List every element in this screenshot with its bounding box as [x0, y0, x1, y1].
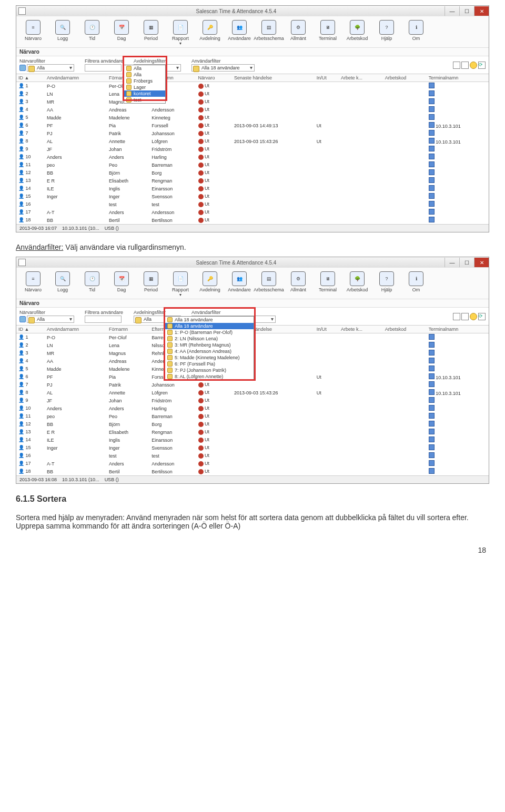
toolbar-om[interactable]: ℹOm: [402, 18, 430, 47]
close-button[interactable]: ✕: [474, 6, 489, 16]
toolbar-arbetsschema[interactable]: ▤Arbetsschema: [255, 18, 282, 47]
filter-users-input[interactable]: [85, 316, 122, 323]
narvarofilter-select[interactable]: Alla: [27, 316, 74, 323]
table-header[interactable]: ID ▲: [16, 326, 45, 333]
close-button[interactable]: ✕: [474, 258, 489, 267]
table-header[interactable]: ID ▲: [16, 74, 45, 82]
table-header[interactable]: In/Ut: [315, 74, 339, 82]
minimize-button[interactable]: —: [445, 6, 459, 16]
table-row[interactable]: 1P-OPer-Olof Ut: [16, 82, 489, 90]
table-row[interactable]: 8ALAnnetteLöfgren Ut2013-09-03 15:43:26U…: [16, 137, 489, 145]
toolbar-terminal[interactable]: 🖥Terminal: [314, 18, 341, 47]
toolbar-tid[interactable]: 🕐Tid: [78, 18, 106, 47]
table-cell: PJ: [45, 129, 107, 137]
table-row[interactable]: 12BBBjörnBorg Ut: [16, 420, 489, 428]
table-header[interactable]: Förnamn: [107, 326, 149, 333]
table-row[interactable]: 4AAAndreasAndersson Ut: [16, 106, 489, 114]
table-header[interactable]: Terminalnamn: [427, 326, 489, 333]
toolbar-dag[interactable]: 📅Dag: [108, 270, 135, 299]
action-icon[interactable]: [461, 313, 469, 320]
table-row[interactable]: 8ALAnnetteLöfgren Ut2013-09-03 15:43:26U…: [16, 389, 489, 397]
table-row[interactable]: 5MaddeMadeleneKinneteg Ut: [16, 114, 489, 121]
toolbar-allmänt[interactable]: ⚙Allmänt: [285, 18, 312, 47]
action-icon[interactable]: [453, 62, 460, 69]
toolbar-allmänt[interactable]: ⚙Allmänt: [285, 270, 312, 299]
table-row[interactable]: 7PJPatrikJohansson Ut: [16, 129, 489, 137]
table-row[interactable]: 16testtest Ut: [16, 200, 489, 208]
table-header[interactable]: Användarnamn: [45, 326, 107, 333]
table-cell: 2013-09-03 15:43:26: [232, 389, 315, 397]
toolbar-arbetskod[interactable]: 🌳Arbetskod: [344, 18, 371, 47]
table-row[interactable]: 18BBBertilBertilsson Ut: [16, 468, 489, 475]
table-header[interactable]: Arbete k...: [339, 326, 383, 333]
table-row[interactable]: 15IngerIngerSvensson Ut: [16, 444, 489, 452]
table-row[interactable]: 9JFJohanFridström Ut: [16, 145, 489, 153]
table-cell: Anders: [107, 404, 149, 412]
table-header[interactable]: Användarnamn: [45, 74, 107, 82]
toolbar-rapport[interactable]: 📄Rapport▾: [167, 270, 194, 299]
table-row[interactable]: 13E RElisabethRengman Ut: [16, 428, 489, 436]
anvandarfilter-select[interactable]: Alla 18 användare: [191, 64, 255, 72]
toolbar-hjälp[interactable]: ?Hjälp: [373, 270, 400, 299]
toolbar-arbetsschema[interactable]: ▤Arbetsschema: [255, 270, 282, 299]
table-row[interactable]: 13E RElisabethRengman Ut: [16, 177, 489, 185]
table-row[interactable]: 9JFJohanFridström Ut: [16, 397, 489, 404]
table-cell: [232, 420, 315, 428]
refresh-icon[interactable]: ⟳: [478, 62, 486, 69]
toolbar-om[interactable]: ℹOm: [402, 270, 430, 299]
filter-toggle-icon[interactable]: [19, 65, 26, 71]
maximize-button[interactable]: ☐: [459, 6, 474, 16]
table-row[interactable]: 18BBBertilBertilsson Ut: [16, 216, 489, 224]
table-header[interactable]: Arbetskod: [383, 74, 427, 82]
toolbar-avdelning[interactable]: 🔑Avdelning: [196, 270, 224, 299]
toolbar-label: Rapport: [172, 36, 189, 41]
toolbar-användare[interactable]: 👥Användare: [226, 18, 253, 47]
table-header[interactable]: In/Ut: [315, 326, 339, 333]
toolbar-tid[interactable]: 🕐Tid: [78, 270, 106, 299]
table-row[interactable]: 11peoPeoBarreman Ut: [16, 161, 489, 169]
toolbar-dag[interactable]: 📅Dag: [108, 18, 135, 47]
table-row[interactable]: 17A-TAndersAndersson Ut: [16, 208, 489, 216]
table-row[interactable]: 15IngerIngerSvensson Ut: [16, 192, 489, 200]
table-header[interactable]: Arbete k...: [339, 74, 383, 82]
minimize-button[interactable]: —: [445, 258, 459, 267]
toolbar-hjälp[interactable]: ?Hjälp: [373, 18, 400, 47]
table-header[interactable]: Senaste händelse: [232, 74, 315, 82]
filter-users-input[interactable]: [85, 64, 122, 72]
toolbar-terminal[interactable]: 🖥Terminal: [314, 270, 341, 299]
toolbar-närvaro[interactable]: ≡Närvaro: [19, 270, 47, 299]
table-row[interactable]: 10AndersAndersHarling Ut: [16, 404, 489, 412]
maximize-button[interactable]: ☐: [459, 258, 474, 267]
table-row[interactable]: 14ILEInglisEinarsson Ut: [16, 436, 489, 444]
table-header[interactable]: Arbetskod: [383, 326, 427, 333]
table-row[interactable]: 17A-TAndersAndersson Ut: [16, 460, 489, 468]
table-row[interactable]: 10AndersAndersHarling Ut: [16, 153, 489, 161]
filter-toggle-icon[interactable]: [19, 316, 26, 322]
toolbar-rapport[interactable]: 📄Rapport▾: [167, 18, 194, 47]
table-header[interactable]: Terminalnamn: [427, 74, 489, 82]
table-header[interactable]: Närvaro: [196, 74, 232, 82]
table-row[interactable]: 12BBBjörnBorg Ut: [16, 169, 489, 177]
toolbar-användare[interactable]: 👥Användare: [226, 270, 253, 299]
table-row[interactable]: 11peoPeoBarreman Ut: [16, 412, 489, 420]
action-icon[interactable]: [470, 62, 477, 69]
table-row[interactable]: 16testtest Ut: [16, 452, 489, 460]
toolbar-period[interactable]: ▦Period: [137, 18, 165, 47]
table-row[interactable]: 3MRMagnus Ut: [16, 98, 489, 106]
action-icon[interactable]: [470, 313, 477, 320]
action-icon[interactable]: [453, 313, 460, 320]
refresh-icon[interactable]: ⟳: [478, 313, 486, 320]
toolbar-logg[interactable]: 🔍Logg: [49, 270, 76, 299]
table-row[interactable]: 14ILEInglisEinarsson Ut: [16, 185, 489, 192]
toolbar-arbetskod[interactable]: 🌳Arbetskod: [344, 270, 371, 299]
toolbar-avdelning[interactable]: 🔑Avdelning: [196, 18, 224, 47]
table-row[interactable]: 2LNLena Ut: [16, 90, 489, 98]
toolbar-period[interactable]: ▦Period: [137, 270, 165, 299]
toolbar-logg[interactable]: 🔍Logg: [49, 18, 76, 47]
action-icon[interactable]: [461, 62, 469, 69]
table-cell: AL: [45, 389, 107, 397]
narvarofilter-select[interactable]: Alla: [27, 64, 74, 72]
table-row[interactable]: 6PFPiaForssell Ut2013-09-03 14:49:13Ut 1…: [16, 121, 489, 129]
toolbar-närvaro[interactable]: ≡Närvaro: [19, 18, 47, 47]
table-row[interactable]: 7PJPatrikJohansson Ut: [16, 381, 489, 389]
